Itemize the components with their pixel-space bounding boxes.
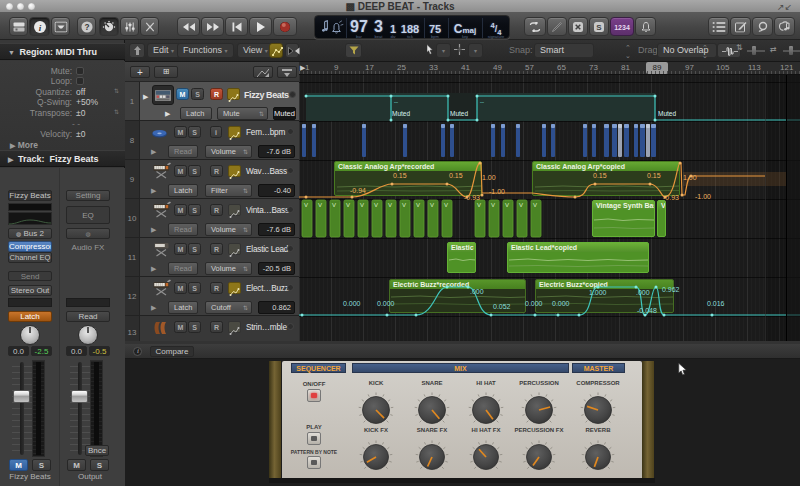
svg-text:V: V <box>318 202 322 208</box>
svg-text:V: V <box>505 202 509 208</box>
svg-text:V: V <box>533 202 537 208</box>
svg-text:V: V <box>332 202 336 208</box>
svg-text:V: V <box>374 202 378 208</box>
svg-text:V: V <box>444 202 448 208</box>
svg-text:V: V <box>360 202 364 208</box>
svg-text:V: V <box>416 202 420 208</box>
svg-text:V: V <box>402 202 406 208</box>
svg-text:V: V <box>519 202 523 208</box>
svg-text:V: V <box>388 202 392 208</box>
svg-text:V: V <box>477 202 481 208</box>
svg-text:V: V <box>346 202 350 208</box>
svg-text:?: ? <box>84 22 89 32</box>
svg-text:S: S <box>596 22 602 31</box>
svg-text:V: V <box>430 202 434 208</box>
svg-text:1234: 1234 <box>614 24 630 31</box>
svg-text:V: V <box>304 202 308 208</box>
svg-text:V: V <box>491 202 495 208</box>
